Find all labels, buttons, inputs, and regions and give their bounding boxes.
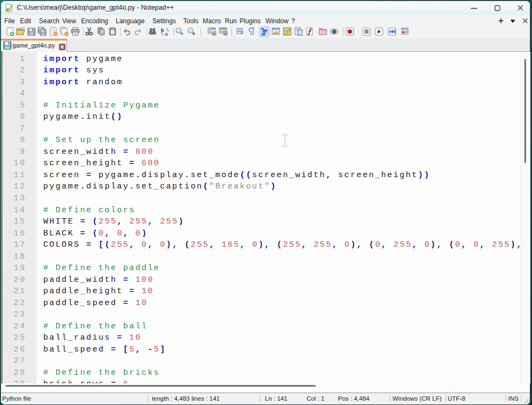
svg-text:a: a [165, 31, 168, 37]
svg-text:b: b [161, 27, 164, 33]
